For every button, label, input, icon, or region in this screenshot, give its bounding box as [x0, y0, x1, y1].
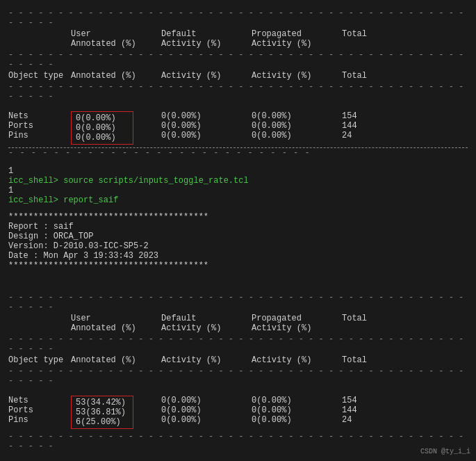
table2-data-section: Nets Ports Pins 53(34.42%) 53(36.81%) 6(… — [8, 396, 468, 429]
table1-data-section: Nets Ports Pins 0(0.00%) 0(0.00%) 0(0.00… — [8, 111, 468, 145]
table1-header: User Annotated (%) Default Activity (%) … — [8, 29, 468, 49]
terminal: - - - - - - - - - - - - - - - - - - - - … — [0, 0, 476, 461]
t2-nets-user: 53(34.42%) — [76, 398, 129, 407]
t1-nets-def: 0(0.00%) — [161, 111, 252, 121]
table2-user-col-box: 53(34.42%) 53(36.81%) 6(25.00%) — [71, 396, 161, 429]
stars-top: **************************************** — [8, 212, 468, 222]
header-default-col: Default Activity (%) — [161, 29, 252, 49]
obj-type-label: Object type — [8, 71, 71, 81]
t1-pins-prop: 0(0.00%) — [252, 131, 342, 140]
table1-obj-col: Nets Ports Pins — [8, 111, 71, 140]
table1-user-highlighted: 0(0.00%) 0(0.00%) 0(0.00%) — [71, 111, 133, 145]
header-user-col: User Annotated (%) — [71, 29, 161, 49]
table2-user-highlighted: 53(34.42%) 53(36.81%) 6(25.00%) — [71, 396, 133, 429]
cmd2-line: icc_shell> report_saif — [8, 195, 468, 205]
t2-pins-def: 0(0.00%) — [161, 415, 252, 425]
table1-default-col: 0(0.00%) 0(0.00%) 0(0.00%) — [161, 111, 252, 140]
top-dashed-line: - - - - - - - - - - - - - - - - - - - - … — [8, 8, 468, 28]
t1-ports-obj: Ports — [8, 121, 71, 131]
default-label: Activity (%) — [161, 71, 252, 81]
total-label: Total — [342, 71, 384, 81]
t1-ports-user: 0(0.00%) — [76, 123, 129, 133]
t2-prop-label: Activity (%) — [252, 355, 342, 365]
t2-pins-obj: Pins — [8, 415, 71, 425]
header-dashed-line: - - - - - - - - - - - - - - - - - - - - … — [8, 50, 468, 70]
t2-obj-label: Object type — [8, 355, 71, 365]
t2-ports-total: 144 — [342, 405, 357, 415]
t1-ports-prop: 0(0.00%) — [252, 121, 342, 131]
header-obj-col — [8, 29, 71, 49]
t2-ports-user: 53(36.81%) — [76, 407, 129, 417]
table1-prop-col: 0(0.00%) 0(0.00%) 0(0.00%) — [252, 111, 342, 140]
t2-nets-total: 154 — [342, 396, 357, 405]
report-line-3: Version: D-2010.03-ICC-SP5-2 — [8, 241, 468, 251]
t2-pins-prop: 0(0.00%) — [252, 415, 342, 425]
line2: 1 — [8, 186, 468, 195]
t1-nets-obj: Nets — [8, 111, 71, 121]
t2-nets-obj: Nets — [8, 396, 71, 405]
prop-label: Activity (%) — [252, 71, 342, 81]
t2-header-total: Total — [342, 314, 384, 333]
t2-pins-user: 6(25.00%) — [76, 417, 129, 427]
table2-bottom-dashed: - - - - - - - - - - - - - - - - - - - - … — [8, 432, 468, 451]
t1-nets-prop: 0(0.00%) — [252, 111, 342, 121]
table2-top-dashed: - - - - - - - - - - - - - - - - - - - - … — [8, 293, 468, 312]
line1: 1 — [8, 166, 468, 176]
stars-bottom: **************************************** — [8, 261, 468, 270]
object-type-label-row: Object type Annotated (%) Activity (%) A… — [8, 71, 468, 81]
watermark: CSDN @ty_i_i — [420, 448, 470, 455]
annotated-label: Annotated (%) — [71, 71, 161, 81]
t2-annotated-label: Annotated (%) — [71, 355, 161, 365]
table2-default-col: 0(0.00%) 0(0.00%) 0(0.00%) — [161, 396, 252, 425]
report-line-2: Design : ORCA_TOP — [8, 232, 468, 241]
table2-header: UserAnnotated (%) DefaultActivity (%) Pr… — [8, 314, 468, 333]
report-line-4: Date : Mon Apr 3 19:33:43 2023 — [8, 251, 468, 261]
t2-ports-def: 0(0.00%) — [161, 405, 252, 415]
table2-total-col: 154 144 24 — [342, 396, 357, 425]
table2-obj-col: Nets Ports Pins — [8, 396, 71, 425]
t1-nets-total: 154 — [342, 111, 357, 121]
t2-nets-def: 0(0.00%) — [161, 396, 252, 405]
t1-ports-total: 144 — [342, 121, 357, 131]
table2-header-dashed: - - - - - - - - - - - - - - - - - - - - … — [8, 334, 468, 354]
t2-header-obj — [8, 314, 71, 333]
t1-pins-user: 0(0.00%) — [76, 133, 129, 143]
table1-bottom-dashed: - - - - - - - - - - - - - - - - - - - - … — [8, 147, 468, 158]
t2-total-label: Total — [342, 355, 384, 365]
header-prop-col: Propagated Activity (%) — [252, 29, 342, 49]
table2-data-dashed: - - - - - - - - - - - - - - - - - - - - … — [8, 366, 468, 386]
t2-header-prop: PropagatedActivity (%) — [252, 314, 342, 333]
t1-pins-obj: Pins — [8, 131, 71, 140]
data-dashed-line1: - - - - - - - - - - - - - - - - - - - - … — [8, 82, 468, 102]
t2-pins-total: 24 — [342, 415, 357, 425]
t2-ports-obj: Ports — [8, 405, 71, 415]
header-total-col: Total — [342, 29, 384, 49]
report-line-1: Report : saif — [8, 222, 468, 232]
t2-default-label: Activity (%) — [161, 355, 252, 365]
table1-total-col: 154 144 24 — [342, 111, 357, 140]
t1-ports-def: 0(0.00%) — [161, 121, 252, 131]
table2-label-row: Object type Annotated (%) Activity (%) A… — [8, 355, 468, 365]
t1-pins-def: 0(0.00%) — [161, 131, 252, 140]
t1-nets-user: 0(0.00%) — [76, 113, 129, 123]
t2-header-user: UserAnnotated (%) — [71, 314, 161, 333]
table1-user-col-box: 0(0.00%) 0(0.00%) 0(0.00%) — [71, 111, 161, 145]
table2-prop-col: 0(0.00%) 0(0.00%) 0(0.00%) — [252, 396, 342, 425]
t2-nets-prop: 0(0.00%) — [252, 396, 342, 405]
cmd1-line: icc_shell> source scripts/inputs_toggle_… — [8, 176, 468, 186]
t2-ports-prop: 0(0.00%) — [252, 405, 342, 415]
t2-header-default: DefaultActivity (%) — [161, 314, 252, 333]
t1-pins-total: 24 — [342, 131, 357, 140]
